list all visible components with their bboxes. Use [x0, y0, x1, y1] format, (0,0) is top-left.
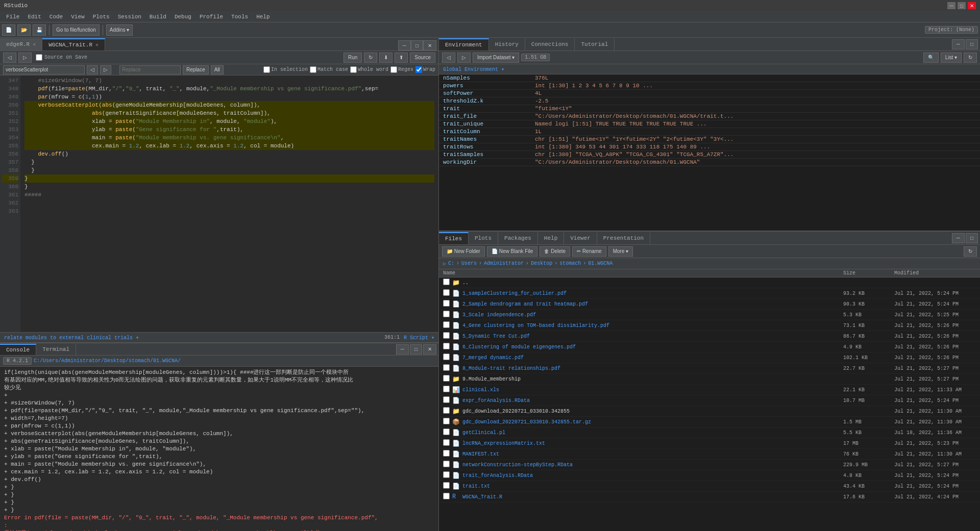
file-check-19[interactable] [443, 493, 450, 499]
wrap-check[interactable]: Wrap [415, 66, 435, 73]
match-case-check[interactable]: Match case [310, 66, 348, 73]
tab-history[interactable]: History [489, 38, 525, 50]
file-check-6[interactable] [443, 353, 450, 360]
files-refresh-button[interactable]: ↻ [964, 246, 977, 257]
file-check-0[interactable] [443, 289, 450, 296]
file-check-18[interactable] [443, 482, 450, 489]
file-name-0[interactable]: 1_sampleClustering_for_outlier.pdf [462, 291, 843, 296]
new-folder-button[interactable]: 📁 New Folder [442, 246, 485, 257]
file-name-2[interactable]: 3_Scale independence.pdf [462, 312, 843, 318]
import-dataset-button[interactable]: Import Dataset ▾ [473, 53, 519, 63]
path-c[interactable]: C: [448, 261, 454, 266]
menu-build[interactable]: Build [145, 13, 170, 21]
file-check-4[interactable] [443, 332, 450, 339]
replace-button[interactable]: Replace [183, 65, 209, 74]
path-stomach[interactable]: stomach [559, 261, 581, 266]
file-name-6[interactable]: 7_merged dynamic.pdf [462, 355, 843, 361]
search-prev-button[interactable]: ◁ [87, 65, 98, 74]
delete-button[interactable]: 🗑 Delete [540, 246, 570, 257]
back-button[interactable]: ◁ [3, 53, 16, 63]
tab-files[interactable]: Files [439, 232, 469, 244]
file-name-11[interactable]: gdc_download_20220721_033010.342855 [462, 409, 843, 414]
file-name-9[interactable]: clinical.xls [462, 387, 843, 393]
tab-edger-close[interactable]: ✕ [33, 41, 36, 47]
source-button[interactable]: Source [410, 53, 435, 63]
env-refresh-button[interactable]: ↻ [964, 53, 977, 63]
whole-word-check[interactable]: Whole word [350, 66, 388, 73]
console-close-button[interactable]: ✕ [423, 344, 436, 355]
file-check-2[interactable] [443, 311, 450, 317]
file-name-4[interactable]: 5_Dynamic Tree Cut.pdf [462, 334, 843, 339]
tab-environment[interactable]: Environment [439, 38, 489, 50]
env-expand-button[interactable]: □ [966, 39, 978, 49]
tab-terminal[interactable]: Terminal [36, 344, 76, 355]
file-name-18[interactable]: trait.txt [462, 484, 843, 489]
go-to-file-button[interactable]: Go to file/function [53, 24, 100, 36]
env-collapse-button[interactable]: ─ [952, 39, 965, 49]
menu-file[interactable]: File [2, 13, 23, 21]
tab-wgcna-close[interactable]: ✕ [95, 42, 99, 48]
file-check-17[interactable] [443, 471, 450, 478]
file-name-parent[interactable]: .. [462, 280, 843, 286]
tab-viewer[interactable]: Viewer [564, 232, 597, 244]
regex-check[interactable]: Regex [390, 66, 413, 73]
editor-collapse-button[interactable]: ─ [398, 40, 411, 50]
menu-code[interactable]: Code [45, 13, 67, 21]
run-up-button[interactable]: ⬆ [395, 53, 408, 63]
menu-profile[interactable]: Profile [195, 13, 227, 21]
file-name-5[interactable]: 6_Clustering of module eigengenes.pdf [462, 344, 843, 350]
file-check-9[interactable] [443, 386, 450, 392]
file-check-8[interactable] [443, 375, 450, 382]
env-forward-button[interactable]: ▷ [457, 53, 471, 63]
file-type[interactable]: R Script ▾ [404, 335, 434, 341]
menu-session[interactable]: Session [114, 13, 145, 21]
tab-connections[interactable]: Connections [525, 38, 575, 50]
replace-input[interactable] [119, 65, 181, 74]
env-search-button[interactable]: 🔍 [923, 53, 939, 63]
in-selection-check[interactable]: In selection [263, 66, 308, 73]
file-name-8[interactable]: 9.Module_membership [462, 376, 843, 382]
editor-expand-button[interactable]: □ [411, 40, 423, 50]
search-input[interactable] [3, 65, 85, 74]
path-users[interactable]: Users [461, 261, 477, 266]
file-check-14[interactable] [443, 439, 450, 446]
file-name-17[interactable]: trait_forAnalysis.RData [462, 473, 843, 478]
console-content[interactable]: if(length(unique(abs(geneModuleMembershi… [0, 367, 438, 531]
file-name-12[interactable]: gdc_download_20220721_033010.342855.tar.… [462, 419, 843, 425]
new-blank-file-button[interactable]: 📄 New Blank File [487, 246, 537, 257]
run-button[interactable]: Run [344, 53, 362, 63]
new-file-button[interactable]: 📄 [2, 24, 15, 36]
menu-plots[interactable]: Plots [89, 13, 114, 21]
menu-debug[interactable]: Debug [170, 13, 195, 21]
search-next-button[interactable]: ▷ [100, 65, 111, 74]
more-button[interactable]: More ▾ [608, 246, 633, 257]
files-expand-button[interactable]: □ [966, 233, 978, 243]
path-admin[interactable]: Administrator [484, 261, 524, 266]
close-button[interactable]: ✕ [968, 2, 976, 9]
save-button[interactable]: 💾 [33, 24, 46, 36]
file-name-1[interactable]: 2_Sample dendrogram and trait heatmap.pd… [462, 301, 843, 307]
breadcrumb[interactable]: relate modules to external clinical tria… [4, 335, 139, 341]
menu-view[interactable]: View [67, 13, 88, 21]
file-check-13[interactable] [443, 428, 450, 435]
file-name-7[interactable]: 8_Module-trait relationships.pdf [462, 366, 843, 371]
file-check-1[interactable] [443, 300, 450, 307]
tab-packages[interactable]: Packages [498, 232, 538, 244]
file-check-16[interactable] [443, 461, 450, 467]
replace-all-button[interactable]: All [211, 65, 224, 74]
file-check-7[interactable] [443, 364, 450, 371]
file-name-3[interactable]: 4_Gene clustering on TOM-based dissimila… [462, 323, 843, 328]
tab-plots[interactable]: Plots [469, 232, 498, 244]
console-collapse-button[interactable]: ─ [396, 344, 409, 355]
file-name-19[interactable]: WGCNA_Trait.R [462, 494, 843, 500]
tab-wgcna[interactable]: WGCNA_Trait.R ✕ [42, 38, 105, 50]
open-file-button[interactable]: 📂 [17, 24, 31, 36]
menu-help[interactable]: Help [252, 13, 274, 21]
env-back-button[interactable]: ◁ [442, 53, 455, 63]
menu-edit[interactable]: Edit [23, 13, 45, 21]
tab-help[interactable]: Help [538, 232, 564, 244]
rename-button[interactable]: ✏ Rename [572, 246, 606, 257]
maximize-button[interactable]: □ [958, 2, 966, 9]
file-name-16[interactable]: networkConstruction-stepByStep.RData [462, 462, 843, 468]
file-name-15[interactable]: MANIFEST.txt [462, 451, 843, 457]
